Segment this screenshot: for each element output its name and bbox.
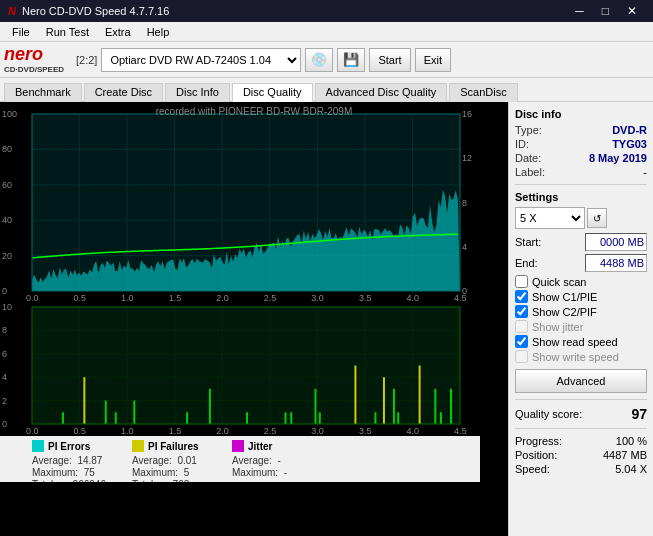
toolbar: nero CD·DVD/SPEED [2:2] Optiarc DVD RW A… [0,42,653,78]
show-read-speed-row: Show read speed [515,335,647,348]
quality-score-label: Quality score: [515,408,582,420]
drive-label: [2:2] [76,54,97,66]
tab-disc-info[interactable]: Disc Info [165,83,230,102]
show-jitter-label: Show jitter [532,321,583,333]
disc-date-row: Date: 8 May 2019 [515,152,647,164]
start-button[interactable]: Start [369,48,410,72]
type-value: DVD-R [612,124,647,136]
show-jitter-row: Show jitter [515,320,647,333]
show-write-speed-label: Show write speed [532,351,619,363]
end-label: End: [515,257,538,269]
date-label: Date: [515,152,541,164]
label-label: Label: [515,166,545,178]
show-c1pie-checkbox[interactable] [515,290,528,303]
type-label: Type: [515,124,542,136]
show-read-speed-checkbox[interactable] [515,335,528,348]
speed-value: 5.04 X [615,463,647,475]
disc-icon-btn[interactable]: 💿 [305,48,333,72]
quick-scan-label: Quick scan [532,276,586,288]
tab-advanced-disc-quality[interactable]: Advanced Disc Quality [315,83,448,102]
show-c2pif-checkbox[interactable] [515,305,528,318]
chart-area: recorded with PIONEER BD-RW BDR-209M [0,102,508,536]
refresh-btn[interactable]: ↺ [587,208,607,228]
speed-select[interactable]: 5 X 1 X 2 X 4 X 8 X Max [515,207,585,229]
progress-value: 100 % [616,435,647,447]
disc-type-row: Type: DVD-R [515,124,647,136]
speed-label: Speed: [515,463,550,475]
minimize-button[interactable]: ─ [567,2,592,20]
drive-select[interactable]: Optiarc DVD RW AD-7240S 1.04 [101,48,301,72]
show-c1pie-row: Show C1/PIE [515,290,647,303]
show-c1pie-label: Show C1/PIE [532,291,597,303]
show-jitter-checkbox[interactable] [515,320,528,333]
menu-help[interactable]: Help [139,24,178,40]
show-read-speed-label: Show read speed [532,336,618,348]
disc-id-row: ID: TYG03 [515,138,647,150]
show-write-speed-row: Show write speed [515,350,647,363]
menubar: File Run Test Extra Help [0,22,653,42]
quality-score-row: Quality score: 97 [515,406,647,422]
speed-setting: 5 X 1 X 2 X 4 X 8 X Max ↺ [515,207,647,229]
quick-scan-checkbox[interactable] [515,275,528,288]
menu-run-test[interactable]: Run Test [38,24,97,40]
maximize-button[interactable]: □ [594,2,617,20]
titlebar: N Nero CD-DVD Speed 4.7.7.16 ─ □ ✕ [0,0,653,22]
divider-2 [515,399,647,400]
start-input[interactable] [585,233,647,251]
exit-button[interactable]: Exit [415,48,451,72]
show-c2pif-label: Show C2/PIF [532,306,597,318]
tab-benchmark[interactable]: Benchmark [4,83,82,102]
show-c2pif-row: Show C2/PIF [515,305,647,318]
position-label: Position: [515,449,557,461]
position-value: 4487 MB [603,449,647,461]
progress-label: Progress: [515,435,562,447]
date-value: 8 May 2019 [589,152,647,164]
id-label: ID: [515,138,529,150]
recorded-with-label: recorded with PIONEER BD-RW BDR-209M [156,106,353,117]
tab-create-disc[interactable]: Create Disc [84,83,163,102]
divider-3 [515,428,647,429]
settings-title: Settings [515,191,647,203]
tab-scandisc[interactable]: ScanDisc [449,83,517,102]
save-icon-btn[interactable]: 💾 [337,48,365,72]
tabs: Benchmark Create Disc Disc Info Disc Qua… [0,78,653,102]
disc-label-row: Label: - [515,166,647,178]
show-write-speed-checkbox[interactable] [515,350,528,363]
nero-logo: nero CD·DVD/SPEED [4,45,64,74]
disc-info-title: Disc info [515,108,647,120]
progress-row: Progress: 100 % [515,435,647,447]
start-mb-row: Start: [515,233,647,251]
end-input[interactable] [585,254,647,272]
start-label: Start: [515,236,541,248]
quality-score-value: 97 [631,406,647,422]
titlebar-title: N Nero CD-DVD Speed 4.7.7.16 [8,5,169,17]
end-mb-row: End: [515,254,647,272]
close-button[interactable]: ✕ [619,2,645,20]
info-panel: Disc info Type: DVD-R ID: TYG03 Date: 8 … [508,102,653,536]
titlebar-controls: ─ □ ✕ [567,2,645,20]
position-row: Position: 4487 MB [515,449,647,461]
divider-1 [515,184,647,185]
advanced-button[interactable]: Advanced [515,369,647,393]
speed-row: Speed: 5.04 X [515,463,647,475]
quick-scan-row: Quick scan [515,275,647,288]
tab-disc-quality[interactable]: Disc Quality [232,83,313,102]
menu-file[interactable]: File [4,24,38,40]
menu-extra[interactable]: Extra [97,24,139,40]
label-value: - [643,166,647,178]
main-area: recorded with PIONEER BD-RW BDR-209M Dis… [0,102,653,536]
id-value: TYG03 [612,138,647,150]
